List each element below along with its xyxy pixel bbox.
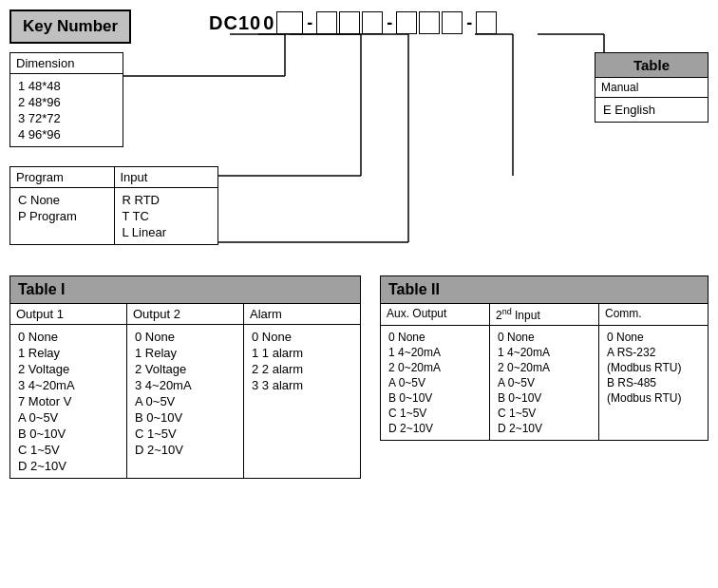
table-i-col-h-2: Output 2 [127,304,244,324]
t2c3r1: 0 None [607,330,700,345]
table-ii-col-headers: Aux. Output 2nd Input Comm. [381,304,708,326]
dash-1: - [305,13,314,33]
program-input-box: Program Input C None P Program R RTD T T… [9,166,218,245]
table-right: Table Manual E English [595,52,709,123]
dc-prefix: DC10 [209,12,261,34]
t1c2r7: C 1~5V [135,426,236,442]
t1c1r9: D 2~10V [18,458,119,474]
dimension-body: 1 48*48 2 48*96 3 72*72 4 96*96 [10,74,123,146]
input-col: R RTD T TC L Linear [115,188,218,244]
prog-item-1: C None [18,192,106,208]
t2c1r4: A 0~5V [388,375,482,390]
prog-item-2: P Program [18,208,106,224]
code-group-2 [396,11,463,34]
dash-3: - [464,13,474,33]
t1c3r3: 2 2 alarm [252,361,352,377]
code-group-1 [316,11,383,34]
t2c3r2: A RS-232 [607,345,700,360]
table-ii-col-h-3: Comm. [599,304,708,325]
dc-separator: 0 [263,12,274,34]
t2c3r3: (Modbus RTU) [607,360,700,375]
t1c1r5: 7 Motor V [18,393,119,409]
code-box-3c [442,11,463,34]
t2c2r1: 0 None [498,330,591,345]
t1c2r4: 3 4~20mA [135,377,236,393]
t2c3r5: (Modbus RTU) [607,390,700,406]
table-right-header: Table [595,53,708,78]
pi-header-row: Program Input [10,167,217,188]
t1c3r4: 3 3 alarm [252,377,352,393]
dimension-header: Dimension [10,53,123,74]
code-box-1 [276,11,303,34]
table-ii-header: Table II [381,276,708,304]
t1c3r1: 0 None [252,329,352,345]
table-i-col-body: 0 None 1 Relay 2 Voltage 3 4~20mA 7 Moto… [10,325,360,478]
t2c2r6: C 1~5V [498,406,591,421]
table-ii-col-3: 0 None A RS-232 (Modbus RTU) B RS-485 (M… [599,326,708,440]
t2c1r6: C 1~5V [388,406,482,421]
table-i-col-1: 0 None 1 Relay 2 Voltage 3 4~20mA 7 Moto… [10,325,127,478]
dim-item-2: 2 48*96 [18,94,115,110]
t1c1r8: C 1~5V [18,442,119,458]
dc-code-area: DC10 0 - - - [209,11,497,34]
dim-item-3: 3 72*72 [18,110,115,126]
input-item-1: R RTD [123,192,211,208]
table-ii-col-1: 0 None 1 4~20mA 2 0~20mA A 0~5V B 0~10V … [381,326,490,440]
key-number-label: Key Number [23,17,118,35]
t1c2r3: 2 Voltage [135,361,236,377]
input-header: Input [115,167,218,187]
table-ii: Table II Aux. Output 2nd Input Comm. 0 N… [380,275,709,441]
t1c2r8: D 2~10V [135,442,236,458]
code-box-2a [316,11,337,34]
table-i: Table I Output 1 Output 2 Alarm 0 None 1… [9,275,361,479]
table-i-col-headers: Output 1 Output 2 Alarm [10,304,360,325]
table-right-body: E English [595,98,708,122]
dimension-box: Dimension 1 48*48 2 48*96 3 72*72 4 96*9… [9,52,123,147]
table-ii-col-body: 0 None 1 4~20mA 2 0~20mA A 0~5V B 0~10V … [381,326,708,440]
code-box-3a [396,11,417,34]
table-right-subheader: Manual [595,78,708,98]
table-i-col-h-3: Alarm [244,304,360,324]
t1c2r5: A 0~5V [135,393,236,409]
program-header: Program [10,167,115,187]
table-ii-col-h-1: Aux. Output [381,304,490,325]
input-item-2: T TC [123,208,211,224]
input-item-3: L Linear [123,224,211,240]
code-box-2c [362,11,383,34]
code-box-2b [339,11,360,34]
t1c1r6: A 0~5V [18,409,119,426]
t2c1r3: 2 0~20mA [388,360,482,375]
table-i-col-3: 0 None 1 1 alarm 2 2 alarm 3 3 alarm [244,325,360,478]
program-col: C None P Program [10,188,115,244]
t2c2r7: D 2~10V [498,421,591,436]
t1c2r6: B 0~10V [135,409,236,426]
dash-2: - [385,13,394,33]
table-i-header: Table I [10,276,360,304]
t1c2r1: 0 None [135,329,236,345]
dim-item-1: 1 48*48 [18,78,115,94]
t2c2r2: 1 4~20mA [498,345,591,360]
code-box-3b [419,11,440,34]
table-ii-col-h-2: 2nd Input [490,304,599,325]
t2c2r3: 2 0~20mA [498,360,591,375]
t1c2r2: 1 Relay [135,345,236,361]
t2c1r1: 0 None [388,330,482,345]
t1c1r3: 2 Voltage [18,361,119,377]
table-right-item-1: E English [603,102,700,118]
t2c1r7: D 2~10V [388,421,482,436]
code-box-4a [476,11,497,34]
t1c1r2: 1 Relay [18,345,119,361]
t1c1r4: 3 4~20mA [18,377,119,393]
t2c1r2: 1 4~20mA [388,345,482,360]
t2c2r4: A 0~5V [498,375,591,390]
table-i-col-h-1: Output 1 [10,304,127,324]
dim-item-4: 4 96*96 [18,126,115,142]
code-group-3 [476,11,497,34]
t2c1r5: B 0~10V [388,390,482,406]
table-i-col-2: 0 None 1 Relay 2 Voltage 3 4~20mA A 0~5V… [127,325,244,478]
table-ii-col-2: 0 None 1 4~20mA 2 0~20mA A 0~5V B 0~10V … [490,326,599,440]
page: Key Number DC10 0 - - - [0,0,718,588]
key-number-box: Key Number [9,9,131,44]
t2c2r5: B 0~10V [498,390,591,406]
t1c1r7: B 0~10V [18,426,119,442]
